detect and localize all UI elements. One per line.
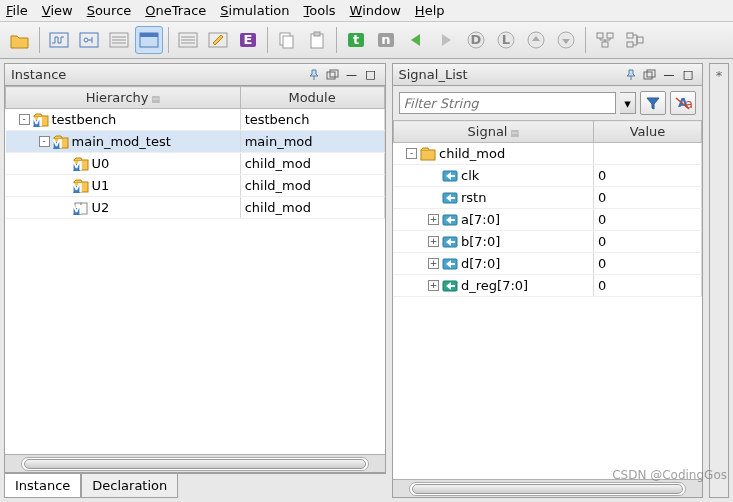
svg-rect-13 xyxy=(314,32,320,36)
header-menu-icon[interactable]: ▤ xyxy=(510,128,519,138)
svg-rect-49 xyxy=(647,70,655,77)
maximize-icon[interactable]: □ xyxy=(680,68,696,82)
collapsed-panel[interactable]: * xyxy=(709,63,729,498)
svg-rect-26 xyxy=(602,42,608,47)
t-button[interactable]: t xyxy=(342,26,370,54)
d-circle-button[interactable]: D xyxy=(462,26,490,54)
expander-icon[interactable]: + xyxy=(428,214,439,225)
sig-in-icon xyxy=(442,235,458,249)
instance-grid[interactable]: Hierarchy▤ Module -Mtestbenchtestbench-M… xyxy=(5,86,385,454)
filter-funnel-button[interactable] xyxy=(640,91,666,115)
signal-hscroll[interactable] xyxy=(393,479,703,497)
circuit-button[interactable] xyxy=(75,26,103,54)
instance-row[interactable]: MU2child_mod xyxy=(6,197,385,219)
signal-row[interactable]: +b[7:0]0 xyxy=(393,231,702,253)
tab-instance[interactable]: Instance xyxy=(4,474,81,498)
signal-row[interactable]: clk0 xyxy=(393,165,702,187)
menu-help[interactable]: Help xyxy=(415,3,445,18)
instance-row[interactable]: MU0child_mod xyxy=(6,153,385,175)
signal-value: 0 xyxy=(594,275,702,297)
instance-row[interactable]: -Mmain_mod_testmain_mod xyxy=(6,131,385,153)
signal-row[interactable]: -child_mod xyxy=(393,143,702,165)
sig-reg-icon xyxy=(442,279,458,293)
signal-row[interactable]: +a[7:0]0 xyxy=(393,209,702,231)
menu-file[interactable]: File xyxy=(6,3,28,18)
menu-view[interactable]: View xyxy=(42,3,73,18)
menu-simulation[interactable]: Simulation xyxy=(220,3,289,18)
signal-title-label: Signal_List xyxy=(399,67,624,82)
signal-value: 0 xyxy=(594,165,702,187)
pin-icon[interactable] xyxy=(623,68,639,82)
paste-button[interactable] xyxy=(303,26,331,54)
expander-icon[interactable]: - xyxy=(19,114,30,125)
svg-rect-27 xyxy=(627,33,633,38)
signal-header[interactable]: Signal▤ xyxy=(393,121,594,143)
signal-panel-title: Signal_List — □ xyxy=(393,64,703,86)
hierarchy-header[interactable]: Hierarchy▤ xyxy=(6,87,241,109)
menu-source[interactable]: Source xyxy=(87,3,132,18)
main-area: Instance — □ Hierarchy▤ Module -Mtestben… xyxy=(0,59,733,502)
edit-button[interactable] xyxy=(204,26,232,54)
svg-rect-24 xyxy=(597,33,603,38)
menu-tools[interactable]: Tools xyxy=(304,3,336,18)
svg-text:L: L xyxy=(502,32,510,47)
tree-button[interactable] xyxy=(621,26,649,54)
expander-icon[interactable]: + xyxy=(428,258,439,269)
expander-icon[interactable]: + xyxy=(428,280,439,291)
instance-hscroll[interactable] xyxy=(5,454,385,472)
instance-row[interactable]: MU1child_mod xyxy=(6,175,385,197)
panel-button-selected[interactable] xyxy=(135,26,163,54)
menu-window[interactable]: Window xyxy=(350,3,401,18)
filter-input[interactable] xyxy=(399,92,617,114)
forward-arrow-button[interactable] xyxy=(432,26,460,54)
signal-row[interactable]: +d_reg[7:0]0 xyxy=(393,275,702,297)
svg-rect-28 xyxy=(627,42,633,47)
signal-grid[interactable]: Signal▤ Value -child_modclk0rstn0+a[7:0]… xyxy=(393,120,703,479)
instance-name: testbench xyxy=(52,112,117,127)
expander-icon[interactable]: - xyxy=(39,136,50,147)
header-menu-icon[interactable]: ▤ xyxy=(151,94,160,104)
windows-icon[interactable] xyxy=(642,68,658,82)
e-button[interactable]: E xyxy=(234,26,262,54)
instance-name: main_mod_test xyxy=(72,134,171,149)
windows-icon[interactable] xyxy=(325,68,341,82)
left-column: Instance — □ Hierarchy▤ Module -Mtestben… xyxy=(4,63,386,498)
instance-module: child_mod xyxy=(240,175,384,197)
hierarchy-button[interactable] xyxy=(591,26,619,54)
sig-in-icon xyxy=(442,169,458,183)
l-circle-button[interactable]: L xyxy=(492,26,520,54)
module-header[interactable]: Module xyxy=(240,87,384,109)
tab-declaration[interactable]: Declaration xyxy=(81,474,178,498)
svg-rect-29 xyxy=(637,37,643,43)
list-button-1[interactable] xyxy=(105,26,133,54)
open-folder-button[interactable] xyxy=(6,26,34,54)
sig-in-icon xyxy=(442,191,458,205)
signal-value: 0 xyxy=(594,253,702,275)
instance-name: U0 xyxy=(92,156,110,171)
expander-icon[interactable]: - xyxy=(406,148,417,159)
back-arrow-button[interactable] xyxy=(402,26,430,54)
signal-name: child_mod xyxy=(439,146,505,161)
down-arrow-circle-button[interactable] xyxy=(552,26,580,54)
minimize-icon[interactable]: — xyxy=(344,68,360,82)
maximize-icon[interactable]: □ xyxy=(363,68,379,82)
pin-icon[interactable] xyxy=(306,68,322,82)
wave-button-1[interactable] xyxy=(45,26,73,54)
up-arrow-circle-button[interactable] xyxy=(522,26,550,54)
instance-row[interactable]: -Mtestbenchtestbench xyxy=(6,109,385,131)
svg-rect-11 xyxy=(283,36,293,48)
svg-rect-5 xyxy=(140,33,158,37)
copy-button[interactable] xyxy=(273,26,301,54)
signal-row[interactable]: rstn0 xyxy=(393,187,702,209)
value-header[interactable]: Value xyxy=(594,121,702,143)
svg-rect-48 xyxy=(644,72,652,79)
filter-dropdown-button[interactable]: ▾ xyxy=(620,92,636,114)
signal-list-panel: Signal_List — □ ▾ Aa Signal▤ Value -chil… xyxy=(392,63,704,498)
minimize-icon[interactable]: — xyxy=(661,68,677,82)
n-button[interactable]: n xyxy=(372,26,400,54)
filter-font-button[interactable]: Aa xyxy=(670,91,696,115)
list-button-2[interactable] xyxy=(174,26,202,54)
expander-icon[interactable]: + xyxy=(428,236,439,247)
signal-row[interactable]: +d[7:0]0 xyxy=(393,253,702,275)
menu-onetrace[interactable]: OneTrace xyxy=(145,3,206,18)
